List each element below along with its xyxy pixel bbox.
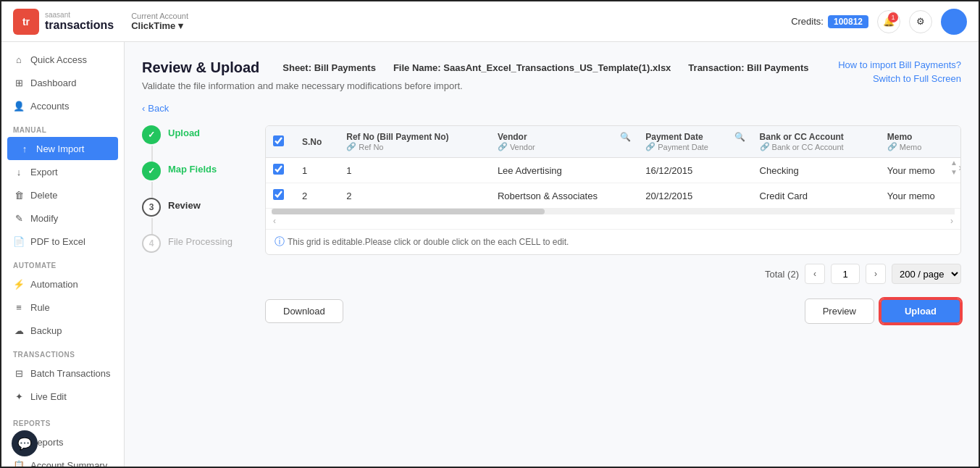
sidebar-item-backup[interactable]: ☁ Backup (1, 319, 124, 342)
row1-checkbox[interactable] (266, 158, 295, 183)
chevron-left-icon: ‹ (142, 103, 145, 114)
step-upload: ✓ Upload (142, 125, 254, 144)
row1-ref-no[interactable]: 1 (339, 158, 490, 183)
right-buttons: Preview Upload (805, 298, 961, 324)
sidebar-item-label: Dashboard (30, 78, 77, 88)
sidebar-item-delete[interactable]: 🗑 Delete (1, 183, 124, 206)
gear-icon: ⚙ (916, 16, 925, 27)
sidebar-item-accounts[interactable]: 👤 Accounts (1, 94, 124, 117)
total-count: Total (2) (765, 269, 799, 280)
manual-section-label: MANUAL (1, 117, 124, 137)
sidebar-item-dashboard[interactable]: ⊞ Dashboard (1, 71, 124, 94)
download-icon: ↓ (13, 166, 25, 177)
row1-memo[interactable]: Your memo (880, 158, 960, 183)
sidebar-item-label: Accounts (30, 101, 69, 112)
sidebar-item-label: Modify (30, 213, 58, 224)
info-icon: ⓘ (275, 235, 285, 248)
table-wrapper: S.No Ref No (Bill Payment No) 🔗 Ref No (266, 126, 960, 209)
sidebar: ⌂ Quick Access ⊞ Dashboard 👤 Accounts MA… (1, 42, 125, 467)
preview-button[interactable]: Preview (805, 298, 874, 324)
row2-ref-no[interactable]: 2 (339, 183, 490, 209)
horizontal-scrollbar[interactable] (272, 209, 955, 214)
product-name: transactions (45, 19, 114, 32)
step-label-upload: Upload (168, 125, 200, 138)
sidebar-item-label: Quick Access (30, 54, 87, 65)
row1-payment-date[interactable]: 16/12/2015 (638, 158, 752, 183)
step-label-map-fields: Map Fields (168, 162, 217, 175)
file-name-info: File Name: SaasAnt_Excel_Transactions_US… (393, 62, 671, 73)
payment-date-search-icon[interactable]: 🔍 (734, 132, 745, 142)
user-icon: 👤 (13, 100, 25, 112)
page-number-input[interactable] (831, 264, 860, 284)
notification-badge: 1 (888, 12, 898, 22)
sidebar-item-label: Rule (30, 302, 50, 313)
page-subtitle: Validate the file information and make n… (142, 80, 809, 91)
th-checkbox (266, 126, 295, 158)
select-all-checkbox[interactable] (273, 135, 284, 146)
row1-bank-account[interactable]: Checking (753, 158, 880, 183)
sidebar-item-live-edit[interactable]: ✦ Live Edit (1, 385, 124, 408)
scroll-right-icon: › (950, 216, 953, 226)
sidebar-item-modify[interactable]: ✎ Modify (1, 206, 124, 230)
page-title: Review & Upload (142, 59, 259, 76)
per-page-select[interactable]: 200 / page 100 / page 50 / page (892, 264, 961, 284)
summary-icon: 📋 (13, 459, 25, 467)
row2-vendor[interactable]: Robertson & Associates (490, 183, 638, 209)
trash-icon: 🗑 (13, 189, 25, 201)
sidebar-item-label: Account Summary (30, 460, 107, 467)
zap-icon: ⚡ (13, 278, 25, 290)
settings-button[interactable]: ⚙ (909, 10, 932, 33)
steps-content-row: ✓ Upload ✓ Map Fields 3 Review 4 File Pr… (142, 125, 961, 324)
th-memo: Memo 🔗 Memo (880, 126, 960, 158)
sidebar-item-new-import[interactable]: ↑ New Import (7, 137, 118, 160)
next-page-button[interactable]: › (866, 264, 886, 284)
sidebar-item-label: Batch Transactions (30, 368, 111, 379)
row2-memo[interactable]: Your memo (880, 183, 960, 209)
prev-page-button[interactable]: ‹ (805, 264, 825, 284)
step-label-file-processing: File Processing (168, 234, 233, 247)
pagination-row: Total (2) ‹ › 200 / page 100 / page 50 /… (265, 264, 961, 284)
bottom-buttons: Download Preview Upload (265, 298, 961, 324)
upload-icon: ↑ (19, 143, 30, 154)
table-note: ⓘ This grid is editable.Please click or … (266, 229, 960, 254)
th-vendor: Vendor 🔗 Vendor 🔍 (490, 126, 638, 158)
vendor-search-icon[interactable]: 🔍 (620, 132, 631, 142)
sidebar-item-quick-access[interactable]: ⌂ Quick Access (1, 48, 124, 71)
th-bank-account: Bank or CC Account 🔗 Bank or CC Account (753, 126, 880, 158)
sidebar-item-batch-transactions[interactable]: ⊟ Batch Transactions (1, 362, 124, 385)
header-right: Credits: 100812 🔔 1 ⚙ (791, 9, 967, 35)
th-sno: S.No (295, 126, 339, 158)
scroll-left-icon: ‹ (273, 216, 276, 226)
sidebar-item-pdf-to-excel[interactable]: 📄 PDF to Excel (1, 230, 124, 253)
avatar[interactable] (941, 9, 967, 35)
home-icon: ⌂ (13, 54, 25, 65)
current-account-name[interactable]: ClickTime ▾ (131, 20, 188, 31)
step-circle-file-processing: 4 (142, 234, 161, 253)
sidebar-item-automation[interactable]: ⚡ Automation (1, 272, 124, 296)
how-to-import-link[interactable]: How to import Bill Payments? (838, 59, 961, 70)
automate-section-label: AUTOMATE (1, 253, 124, 272)
upload-button[interactable]: Upload (880, 298, 961, 324)
download-button[interactable]: Download (265, 299, 343, 323)
file-icon: 📄 (13, 235, 25, 247)
row2-check[interactable] (273, 189, 284, 200)
row2-bank-account[interactable]: Credit Card (753, 183, 880, 209)
full-screen-link[interactable]: Switch to Full Screen (873, 73, 961, 84)
data-table: S.No Ref No (Bill Payment No) 🔗 Ref No (266, 126, 960, 209)
chevron-down-icon: ▾ (178, 20, 183, 31)
brand-name: saasant (45, 11, 114, 19)
current-account-label: Current Account (131, 12, 188, 20)
chat-bubble[interactable]: 💬 (12, 430, 38, 456)
back-button[interactable]: ‹ Back (142, 103, 961, 114)
row2-payment-date[interactable]: 20/12/2015 (638, 183, 752, 209)
sidebar-item-rule[interactable]: ≡ Rule (1, 296, 124, 319)
step-map-fields: ✓ Map Fields (142, 162, 254, 180)
reports-section-label: REPORTS (1, 411, 124, 430)
sidebar-item-label: Backup (30, 325, 62, 336)
row1-check[interactable] (273, 164, 284, 175)
edit-icon: ✎ (13, 212, 25, 224)
row2-checkbox[interactable] (266, 183, 295, 209)
row1-vendor[interactable]: Lee Advertising (490, 158, 638, 183)
notification-button[interactable]: 🔔 1 (877, 10, 900, 33)
sidebar-item-export[interactable]: ↓ Export (1, 160, 124, 183)
